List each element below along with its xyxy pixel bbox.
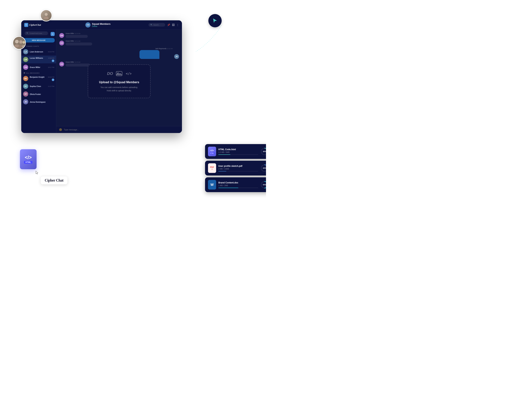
- sidebar-item-grace[interactable]: GM Grace Miller 10:17 PM: [21, 63, 56, 71]
- file-card-html: </> HTML HTML Code.html 1.5 MB / 5MB 30%: [205, 144, 266, 159]
- sidebar-item-jenna[interactable]: JD Jenna Dominguez: [21, 98, 56, 106]
- upload-title: Upload to @Squad Members: [93, 81, 145, 84]
- msg-avatar: GM: [59, 33, 64, 38]
- cipher-chat-label: Cipher Chat: [41, 176, 67, 184]
- avatar-group: [13, 36, 26, 50]
- file-icon-html: </> HTML: [208, 147, 216, 156]
- drag-image-icon: [116, 70, 122, 77]
- sidebar-item-liam[interactable]: LA Liam Anderson 03:29 PM: [21, 48, 56, 56]
- new-chat-button[interactable]: +: [51, 32, 55, 36]
- svg-point-1: [44, 16, 49, 19]
- sidebar-item-lucas[interactable]: LW Lucas Williams 10:30 AM ●: [21, 56, 56, 63]
- msg-sender: Grace Miller 10:30 AM: [66, 32, 102, 34]
- file-cards: </> HTML HTML Code.html 1.5 MB / 5MB 30%…: [205, 144, 266, 192]
- message-row-2: GM Grace Miller 10:31 AM: [59, 40, 179, 45]
- file-progress-ring-doc: 50%: [260, 181, 266, 189]
- drag-code-icon: </>: [126, 70, 131, 76]
- pin-icon[interactable]: 📌: [167, 24, 170, 26]
- msg-bubble: [66, 35, 88, 38]
- file-size-html: 1.5 MB / 5MB: [218, 151, 258, 153]
- file-icon-doc: W: [208, 180, 216, 190]
- sidebar-item-sophia[interactable]: SC Sophia Chen 11:17 PM: [21, 82, 56, 90]
- file-name-html: HTML Code.html: [218, 148, 258, 151]
- header-right: 🔍 Search... 📌 🖼 ⋮: [142, 23, 179, 27]
- html-file-floating: </> HTML: [20, 149, 37, 169]
- app-header: C CipherChat SM Squad Members Online 🔍 S…: [21, 20, 182, 30]
- msg-bubble-jack: [139, 50, 159, 59]
- sidebar-unread-benjamin: ●: [52, 78, 54, 81]
- msg-bubble-grace3: [66, 63, 90, 66]
- file-name-pdf: User profile sketch.pdf: [218, 165, 258, 167]
- logo-icon: C: [24, 23, 28, 27]
- msg-sender-jack: Jack Raymonds 10:32 AM: [139, 48, 173, 50]
- svg-point-0: [45, 13, 48, 16]
- msg-avatar-jack: JR: [174, 54, 179, 59]
- svg-marker-9: [213, 19, 217, 23]
- sidebar: 🔍 Create/Find/Create... + NEW MESSAGE 📌 …: [21, 30, 56, 133]
- chat-input-bar: 😊: [56, 126, 182, 133]
- header-search[interactable]: 🔍 Search...: [149, 23, 165, 27]
- file-info-html: HTML Code.html 1.5 MB / 5MB: [218, 148, 258, 155]
- image-icon[interactable]: 🖼: [172, 24, 175, 26]
- channel-status: Online: [92, 25, 110, 27]
- sidebar-avatar-jenna: JD: [23, 99, 28, 104]
- sidebar-item-benjamin[interactable]: BK Benjamin Knight 08:45 PM ●: [21, 75, 56, 82]
- app-logo-text: CipherChat: [29, 24, 41, 26]
- all-messages-label: 💬 ALL MESSAGES: [21, 71, 56, 75]
- file-progress-bar-html: [218, 154, 258, 155]
- file-card-pdf: PDF ⬡ User profile sketch.pdf 2 MB / 10M…: [205, 161, 266, 176]
- file-progress-bar-pdf: [218, 171, 258, 171]
- file-progress-fill-html: [218, 154, 230, 155]
- sidebar-unread-lucas: ●: [52, 59, 54, 62]
- html-badge: HTML: [24, 161, 32, 164]
- sidebar-avatar-liam: LA: [23, 49, 28, 54]
- svg-marker-13: [36, 171, 38, 174]
- svg-point-7: [23, 41, 25, 44]
- app-logo: C CipherChat: [24, 23, 54, 27]
- svg-rect-10: [116, 71, 122, 76]
- sidebar-avatar-lucas: LW: [23, 57, 28, 62]
- file-progress-ring-html: 30%: [260, 147, 266, 156]
- upload-modal: DO </> Upload to @Squad Members You can …: [88, 64, 151, 98]
- sidebar-time-grace: 10:17 PM: [48, 66, 54, 68]
- emoji-icon[interactable]: 😊: [59, 128, 62, 131]
- search-icon: 🔍: [150, 24, 152, 26]
- header-channel-avatar: SM: [85, 22, 90, 27]
- more-options-icon[interactable]: ⋮: [176, 24, 179, 26]
- upload-icons-row: DO </>: [93, 70, 145, 77]
- pinned-section-label: 📌 PINNED CHATS: [21, 44, 56, 48]
- svg-point-5: [19, 40, 23, 44]
- msg-sender-2: Grace Miller 10:31 AM: [66, 40, 110, 42]
- channel-name: Squad Members: [92, 23, 110, 25]
- msg-bubble-2: [66, 43, 92, 45]
- sidebar-item-olivia[interactable]: OF Olivia Foster: [21, 90, 56, 98]
- msg-avatar-grace3: GM: [59, 62, 64, 66]
- upload-desc: You can add comments before uploading.Ho…: [93, 86, 145, 92]
- file-progress-fill-doc: [218, 188, 238, 188]
- msg-avatar-2: GM: [59, 41, 64, 45]
- file-progress-pct-pdf: 20%: [263, 167, 266, 169]
- file-icon-pdf: PDF ⬡: [208, 163, 216, 173]
- sidebar-name-benjamin: Benjamin Knight: [30, 76, 48, 78]
- file-card-doc: W Brand Content.doc 1 MB / 2MB 50%: [205, 177, 266, 192]
- nav-cursor-icon: [208, 14, 222, 27]
- sidebar-time-sophia: 11:17 PM: [48, 86, 54, 87]
- chat-input[interactable]: [64, 129, 179, 131]
- new-message-button[interactable]: NEW MESSAGE: [23, 38, 55, 43]
- file-progress-fill-pdf: [218, 171, 226, 171]
- main-chat: GM Grace Miller 10:30 AM GM Grace Miller…: [56, 30, 182, 133]
- mouse-cursor-icon: [35, 171, 39, 176]
- sidebar-name-sophia: Sophia Chen: [30, 85, 48, 87]
- sidebar-avatar-grace: GM: [23, 65, 28, 70]
- sidebar-time-liam: 03:29 PM: [48, 51, 54, 53]
- sidebar-search-icon: 🔍: [26, 32, 28, 34]
- html-icon-label: HTML: [209, 152, 215, 154]
- drag-do-icon: DO: [107, 71, 113, 76]
- sidebar-search[interactable]: 🔍 Create/Find/Create...: [25, 32, 48, 35]
- sidebar-name-olivia: Olivia Foster: [30, 93, 41, 95]
- sidebar-time-lucas: 10:30 AM: [48, 57, 54, 59]
- file-size-doc: 1 MB / 2MB: [218, 184, 258, 187]
- sidebar-time-benjamin: 08:45 PM: [48, 76, 54, 78]
- header-center: SM Squad Members Online: [54, 22, 142, 27]
- html-code-tag: </>: [25, 155, 32, 160]
